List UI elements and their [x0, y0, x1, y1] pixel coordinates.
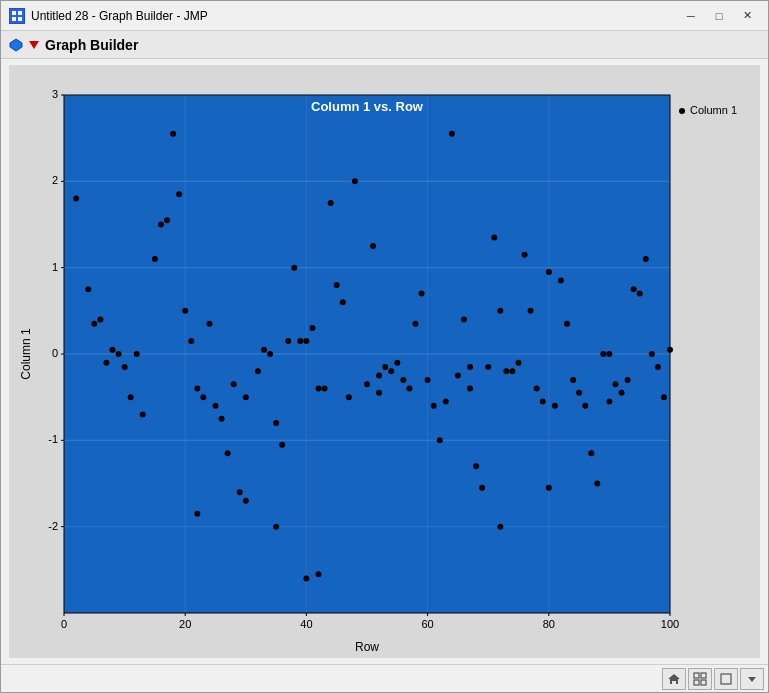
window-title: Untitled 28 - Graph Builder - JMP: [31, 9, 208, 23]
svg-marker-4: [10, 39, 22, 51]
svg-marker-5: [668, 674, 680, 684]
svg-rect-10: [721, 674, 731, 684]
main-content: [1, 59, 768, 664]
app-icon: [9, 8, 25, 24]
title-bar-left: Untitled 28 - Graph Builder - JMP: [9, 8, 208, 24]
panel-title: Graph Builder: [45, 37, 138, 53]
expand-icon: [719, 672, 733, 686]
status-bar: [1, 664, 768, 692]
svg-rect-8: [694, 680, 699, 685]
svg-rect-3: [18, 17, 22, 21]
chevron-down-icon: [745, 672, 759, 686]
home-icon: [667, 672, 681, 686]
graph-container: [1, 59, 768, 664]
svg-rect-7: [701, 673, 706, 678]
home-button[interactable]: [662, 668, 686, 690]
close-button[interactable]: ✕: [734, 6, 760, 26]
svg-marker-11: [748, 677, 756, 682]
svg-rect-9: [701, 680, 706, 685]
expand-button[interactable]: [714, 668, 738, 690]
svg-rect-1: [18, 11, 22, 15]
dropdown-triangle-icon[interactable]: [29, 41, 39, 49]
svg-rect-2: [12, 17, 16, 21]
panel-header: Graph Builder: [1, 31, 768, 59]
window-controls: ─ □ ✕: [678, 6, 760, 26]
panel-icon: [9, 38, 23, 52]
dropdown-button[interactable]: [740, 668, 764, 690]
scatter-plot[interactable]: [9, 65, 760, 658]
grid-button[interactable]: [688, 668, 712, 690]
svg-rect-6: [694, 673, 699, 678]
graph-wrapper: [9, 65, 760, 658]
svg-rect-0: [12, 11, 16, 15]
maximize-button[interactable]: □: [706, 6, 732, 26]
title-bar: Untitled 28 - Graph Builder - JMP ─ □ ✕: [1, 1, 768, 31]
main-window: Untitled 28 - Graph Builder - JMP ─ □ ✕ …: [0, 0, 769, 693]
grid-icon: [693, 672, 707, 686]
minimize-button[interactable]: ─: [678, 6, 704, 26]
